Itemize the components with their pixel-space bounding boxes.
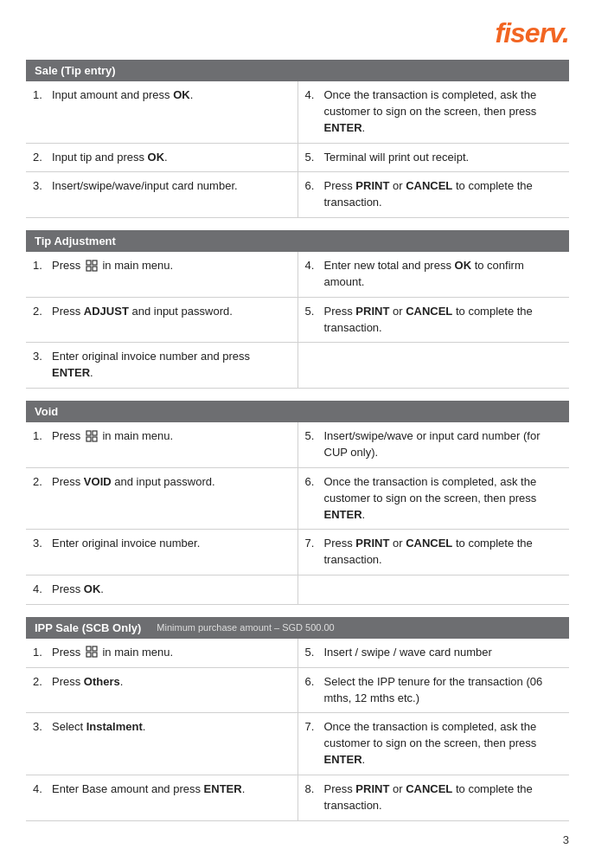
step-row: 5.Terminal will print out receipt. <box>305 150 563 166</box>
step-number: 5. <box>305 150 321 166</box>
step-text: Press PRINT or CANCEL to complete the tr… <box>324 178 563 211</box>
section-header-ipp-sale: IPP Sale (SCB Only)Minimum purchase amou… <box>26 617 569 639</box>
table-row: 4.Press OK. <box>26 575 569 605</box>
step-number: 3. <box>33 719 48 736</box>
step-row: 2.Press VOID and input password. <box>33 474 291 491</box>
section-table-tip-adjustment: 1.Press in main menu.4.Enter new total a… <box>26 252 569 389</box>
step-row: 5.Press PRINT or CANCEL to complete the … <box>305 304 563 337</box>
table-row: 2.Press VOID and input password.6.Once t… <box>26 467 569 530</box>
step-row: 6.Once the transaction is completed, ask… <box>305 474 563 524</box>
grid-icon <box>86 430 98 442</box>
svg-rect-8 <box>86 646 91 651</box>
section-subtitle: Minimum purchase amount – SGD 500.00 <box>157 622 334 633</box>
step-text: Insert / swipe / wave card number <box>324 645 492 661</box>
step-text: Enter Base amount and press ENTER. <box>52 781 245 798</box>
step-cell-right: 7.Press PRINT or CANCEL to complete the … <box>298 530 569 575</box>
svg-rect-3 <box>93 267 97 271</box>
step-cell-left: 2.Press ADJUST and input password. <box>26 297 298 343</box>
step-text: Insert/swipe/wave/input card number. <box>52 178 238 195</box>
step-number: 1. <box>33 645 48 661</box>
step-cell-right: 5.Insert/swipe/wave or input card number… <box>298 422 569 467</box>
step-cell-left: 1.Press in main menu. <box>26 252 298 297</box>
table-row: 2.Press ADJUST and input password.5.Pres… <box>26 297 569 343</box>
section-table-ipp-sale: 1.Press in main menu.5.Insert / swipe / … <box>26 639 569 821</box>
step-row: 4.Enter Base amount and press ENTER. <box>33 781 291 798</box>
svg-rect-1 <box>93 260 97 265</box>
step-cell-right: 7.Once the transaction is completed, ask… <box>298 713 569 775</box>
step-text: Press PRINT or CANCEL to complete the tr… <box>324 781 563 814</box>
step-number: 1. <box>33 258 48 274</box>
step-text: Press OK. <box>52 582 104 598</box>
table-row: 2.Press Others.6.Select the IPP tenure f… <box>26 667 569 713</box>
step-text: Enter original invoice number. <box>52 536 200 552</box>
step-number: 6. <box>305 178 321 211</box>
svg-rect-5 <box>93 431 97 435</box>
step-text: Press VOID and input password. <box>52 474 215 491</box>
step-text: Select Instalment. <box>52 719 145 736</box>
step-number: 2. <box>33 304 48 320</box>
step-row: 7.Once the transaction is completed, ask… <box>305 719 563 768</box>
step-cell-right: 4.Once the transaction is completed, ask… <box>298 81 569 143</box>
step-number: 3. <box>33 536 48 552</box>
svg-rect-2 <box>86 267 91 271</box>
step-text: Select the IPP tenure for the transactio… <box>324 674 563 707</box>
fiserv-logo: fiserv. <box>495 17 569 48</box>
step-row: 3.Enter original invoice number. <box>33 536 291 552</box>
step-cell-left: 3.Enter original invoice number. <box>26 530 298 575</box>
step-row: 8.Press PRINT or CANCEL to complete the … <box>305 781 563 814</box>
step-text: Press PRINT or CANCEL to complete the tr… <box>324 536 563 569</box>
step-text: Press ADJUST and input password. <box>52 304 233 320</box>
step-cell-left: 2.Press VOID and input password. <box>26 467 298 530</box>
step-number: 6. <box>305 674 321 707</box>
step-number: 5. <box>305 304 321 337</box>
step-text: Enter original invoice number and press … <box>52 349 291 382</box>
step-number: 3. <box>33 349 48 382</box>
step-cell-left: 3.Select Instalment. <box>26 713 298 775</box>
step-number: 1. <box>33 87 48 104</box>
svg-rect-10 <box>86 653 91 657</box>
step-cell-left: 1.Input amount and press OK. <box>26 81 298 143</box>
step-cell-right: 5.Press PRINT or CANCEL to complete the … <box>298 297 569 343</box>
section-header-tip-adjustment: Tip Adjustment <box>26 230 569 252</box>
grid-icon <box>86 260 98 272</box>
step-cell-right <box>298 343 569 389</box>
step-number: 4. <box>33 582 48 598</box>
step-row: 2.Press Others. <box>33 674 291 691</box>
section-title: IPP Sale (SCB Only) <box>35 621 141 634</box>
logo-area: fiserv. <box>26 17 569 49</box>
table-row: 3.Insert/swipe/wave/input card number.6.… <box>26 172 569 218</box>
step-cell-left: 3.Enter original invoice number and pres… <box>26 343 298 389</box>
step-number: 6. <box>305 474 321 524</box>
step-row: 2.Press ADJUST and input password. <box>33 304 291 320</box>
table-row: 3.Enter original invoice number and pres… <box>26 343 569 389</box>
grid-icon <box>86 646 98 658</box>
table-row: 3.Enter original invoice number.7.Press … <box>26 530 569 575</box>
section-table-void: 1.Press in main menu.5.Insert/swipe/wave… <box>26 422 569 605</box>
svg-rect-6 <box>86 437 91 441</box>
step-row: 1.Press in main menu. <box>33 645 291 661</box>
step-cell-right: 5.Insert / swipe / wave card number <box>298 639 569 667</box>
step-text: Once the transaction is completed, ask t… <box>324 719 563 768</box>
step-row: 7.Press PRINT or CANCEL to complete the … <box>305 536 563 569</box>
step-number: 4. <box>305 258 321 291</box>
table-row: 2.Input tip and press OK.5.Terminal will… <box>26 143 569 172</box>
step-number: 1. <box>33 428 48 445</box>
step-row: 1.Input amount and press OK. <box>33 87 291 104</box>
step-text: Enter new total and press OK to confirm … <box>324 258 563 291</box>
table-row: 1.Press in main menu.4.Enter new total a… <box>26 252 569 297</box>
step-row: 3.Enter original invoice number and pres… <box>33 349 291 382</box>
step-text: Once the transaction is completed, ask t… <box>324 474 563 524</box>
step-cell-left: 1.Press in main menu. <box>26 639 298 667</box>
step-number: 8. <box>305 781 321 814</box>
step-number: 2. <box>33 150 48 166</box>
step-text: Once the transaction is completed, ask t… <box>324 87 563 137</box>
step-number: 7. <box>305 719 321 768</box>
step-row: 5.Insert / swipe / wave card number <box>305 645 563 661</box>
step-row: 3.Select Instalment. <box>33 719 291 736</box>
table-row: 4.Enter Base amount and press ENTER.8.Pr… <box>26 775 569 820</box>
step-number: 5. <box>305 645 321 661</box>
table-row: 1.Press in main menu.5.Insert / swipe / … <box>26 639 569 667</box>
step-row: 3.Insert/swipe/wave/input card number. <box>33 178 291 195</box>
step-number: 4. <box>33 781 48 798</box>
section-header-void: Void <box>26 401 569 422</box>
